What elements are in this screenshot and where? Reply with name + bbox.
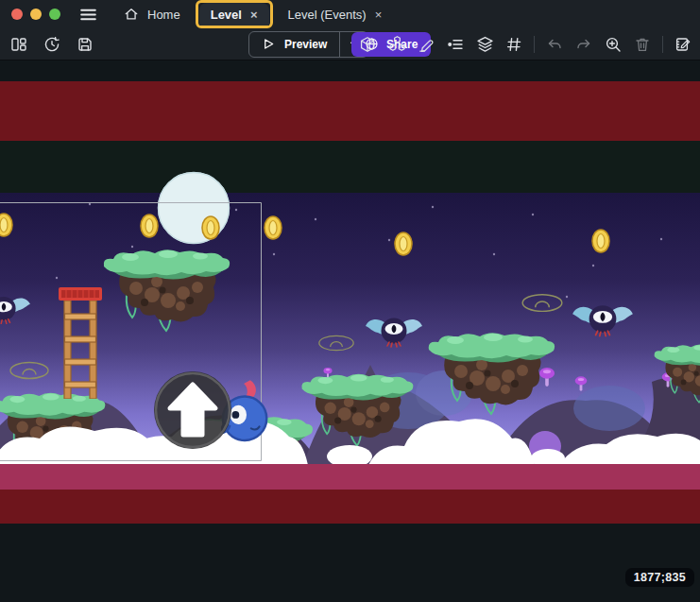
star xyxy=(56,277,58,279)
tab-level[interactable]: Level × xyxy=(199,3,269,26)
tab-home[interactable]: Home xyxy=(112,0,192,28)
undo-button[interactable] xyxy=(545,35,564,54)
cube-button[interactable] xyxy=(358,35,377,54)
star xyxy=(89,203,91,205)
undo-icon xyxy=(546,36,563,53)
minimize-window-button[interactable] xyxy=(30,9,42,20)
tab-level-events[interactable]: Level (Events) × xyxy=(277,0,394,28)
history-icon xyxy=(43,36,60,53)
background-band-red-top xyxy=(0,81,700,141)
traffic-lights xyxy=(11,9,60,20)
save-icon xyxy=(77,36,94,53)
maximize-window-button[interactable] xyxy=(49,9,60,20)
pencil-icon xyxy=(418,36,435,53)
preview-label: Preview xyxy=(284,38,327,51)
home-icon xyxy=(124,7,139,22)
star xyxy=(532,214,534,215)
play-icon xyxy=(262,37,276,51)
layers-button[interactable] xyxy=(475,35,494,54)
coin-instance[interactable] xyxy=(202,216,219,239)
cube-icon xyxy=(359,36,376,53)
edit-properties-icon xyxy=(674,36,691,53)
redo-icon xyxy=(575,36,592,53)
coin-instance[interactable] xyxy=(592,230,609,252)
editor-background-bottom xyxy=(0,524,700,602)
star xyxy=(388,239,390,241)
instances-list-button[interactable] xyxy=(446,35,465,54)
star xyxy=(131,246,133,248)
save-button[interactable] xyxy=(76,35,94,54)
toolbar-separator xyxy=(662,36,663,53)
draw-button[interactable] xyxy=(417,35,435,54)
editors-panel-icon xyxy=(10,36,27,53)
star xyxy=(493,253,495,255)
star xyxy=(566,296,568,298)
preview-button[interactable]: Preview xyxy=(249,32,339,57)
tab-level-events-label: Level (Events) xyxy=(288,8,367,22)
editors-panel-button[interactable] xyxy=(9,35,28,54)
delete-button[interactable] xyxy=(633,35,652,54)
history-button[interactable] xyxy=(43,35,61,54)
object-groups-button[interactable] xyxy=(387,35,406,54)
tab-level-label: Level xyxy=(211,8,242,22)
arrow-instance[interactable] xyxy=(154,371,231,449)
star xyxy=(235,209,237,211)
instances-list-icon xyxy=(447,36,464,53)
tab-bar: Home Level × Level (Events) × xyxy=(112,0,393,28)
trash-icon xyxy=(634,36,651,53)
coin-instance[interactable] xyxy=(141,215,158,237)
star xyxy=(592,265,594,267)
hamburger-icon xyxy=(79,6,97,24)
toolbar-left-group xyxy=(9,35,94,54)
layers-icon xyxy=(476,35,494,53)
tutorial-highlight-box: Level × xyxy=(196,0,273,28)
grid-button[interactable] xyxy=(504,35,523,54)
background-band-red-bottom xyxy=(0,490,700,524)
object-groups-icon xyxy=(388,35,406,53)
background-band-dark-mid xyxy=(0,141,700,193)
redo-button[interactable] xyxy=(574,35,593,54)
main-menu-button[interactable] xyxy=(79,6,97,24)
cursor-coordinates-badge: 1877;835 xyxy=(625,568,694,587)
star xyxy=(660,238,662,240)
edit-properties-button[interactable] xyxy=(674,35,692,54)
zoom-in-button[interactable] xyxy=(604,35,623,54)
tab-level-events-close-icon[interactable]: × xyxy=(375,9,383,21)
coin-instance[interactable] xyxy=(0,214,12,236)
zoom-in-icon xyxy=(605,36,622,53)
background-band-pink-bottom xyxy=(0,464,700,490)
grid-icon xyxy=(505,36,522,53)
tab-level-close-icon[interactable]: × xyxy=(250,9,258,21)
scene-svg[interactable] xyxy=(0,60,700,602)
toolbar-right-group xyxy=(358,35,692,54)
star xyxy=(273,253,275,255)
close-window-button[interactable] xyxy=(11,9,23,20)
editor-toolbar: Preview Share xyxy=(0,28,700,60)
coin-instance[interactable] xyxy=(265,216,282,239)
scene-editor-canvas[interactable]: 1877;835 xyxy=(0,60,700,602)
tab-home-label: Home xyxy=(147,8,180,22)
coin-instance[interactable] xyxy=(395,232,412,255)
background-band-dark-top xyxy=(0,60,700,81)
title-bar: Home Level × Level (Events) × xyxy=(0,0,700,28)
star xyxy=(432,206,434,208)
star xyxy=(315,218,316,220)
toolbar-separator xyxy=(534,36,535,53)
